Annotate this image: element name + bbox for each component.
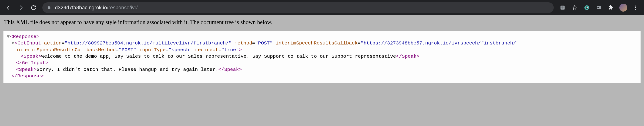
xml-root-close: </Response>	[7, 73, 637, 79]
xml-root-open: ▼<Response>	[7, 34, 637, 40]
address-bar[interactable]: d329d7fa8bac.ngrok.io/response/ivr/	[42, 2, 554, 13]
xml-speak-sorry: <Speak>Sorry, I didn't catch that. Pleas…	[7, 66, 637, 73]
svg-rect-4	[563, 8, 564, 9]
svg-point-11	[635, 7, 636, 8]
xml-text-sorry: Sorry, I didn't catch that. Please hangu…	[36, 67, 218, 72]
divider	[0, 28, 644, 28]
xml-tag-speak: Speak	[19, 67, 34, 72]
tree-toggle-icon[interactable]: ▼	[7, 34, 10, 40]
xml-attr-isrcm: interimSpeechResultsCallbackMethod	[16, 47, 116, 53]
xml-attr-isrc: interimSpeechResultsCallback	[276, 41, 358, 46]
avatar[interactable]	[619, 4, 627, 12]
extension-a-icon[interactable]	[582, 2, 592, 13]
bookmark-icon[interactable]	[570, 2, 580, 13]
svg-point-12	[635, 9, 636, 10]
reload-button[interactable]	[28, 2, 38, 13]
xml-val-method: "POST"	[255, 41, 273, 46]
xml-attr-method: method	[234, 41, 252, 46]
xml-getinput-open-line1: ▼<GetInput action="http://809927bea504.n…	[7, 40, 637, 47]
xml-attr-redirect: redirect	[195, 47, 218, 53]
svg-rect-2	[563, 6, 564, 7]
url-path: /response/ivr/	[107, 5, 138, 10]
lock-icon	[47, 5, 51, 10]
xml-getinput-open-line2: interimSpeechResultsCallbackMethod="POST…	[7, 47, 637, 53]
tree-toggle-icon[interactable]: ▼	[12, 40, 15, 47]
xml-val-inputtype: "speech"	[168, 47, 192, 53]
back-button[interactable]	[3, 2, 14, 13]
svg-rect-3	[562, 8, 562, 9]
svg-rect-9	[598, 7, 599, 8]
menu-icon[interactable]	[630, 2, 641, 13]
extension-b-icon[interactable]	[594, 2, 604, 13]
extensions-icon[interactable]	[606, 2, 616, 13]
svg-point-10	[635, 5, 636, 6]
page-content: This XML file does not appear to have an…	[0, 15, 644, 83]
xml-attr-inputtype: inputType	[139, 47, 166, 53]
xml-val-isrc: "https://3273948bbc57.ngrok.io/ivrspeech…	[360, 41, 519, 46]
xml-val-action: "http://809927bea504.ngrok.io/multilevel…	[64, 41, 232, 46]
xml-text-welcome: Welcome to the demo app, Say Sales to ta…	[41, 54, 396, 59]
xml-val-isrcm: "POST"	[119, 47, 136, 53]
xml-tag-speak: Speak	[24, 54, 38, 59]
install-app-icon[interactable]	[558, 2, 568, 13]
svg-rect-1	[562, 6, 562, 7]
xml-tag-getinput: GetInput	[18, 41, 41, 46]
url-host: d329d7fa8bac.ngrok.io	[55, 5, 107, 10]
xml-unstyled-hint: This XML file does not appear to have an…	[0, 17, 644, 28]
xml-val-redirect: "true"	[221, 47, 239, 53]
xml-getinput-close: </GetInput>	[7, 60, 637, 66]
url-text: d329d7fa8bac.ngrok.io/response/ivr/	[55, 5, 138, 11]
xml-attr-action: action	[44, 41, 62, 46]
svg-rect-7	[586, 7, 588, 8]
xml-tag-response: Response	[13, 34, 36, 39]
browser-toolbar: d329d7fa8bac.ngrok.io/response/ivr/	[0, 0, 644, 15]
forward-button[interactable]	[16, 2, 26, 13]
toolbar-right	[558, 2, 641, 13]
xml-tree-panel: ▼<Response> ▼<GetInput action="http://80…	[3, 31, 641, 83]
xml-speak-welcome: <Speak>Welcome to the demo app, Say Sale…	[7, 53, 637, 60]
svg-rect-8	[597, 6, 601, 9]
